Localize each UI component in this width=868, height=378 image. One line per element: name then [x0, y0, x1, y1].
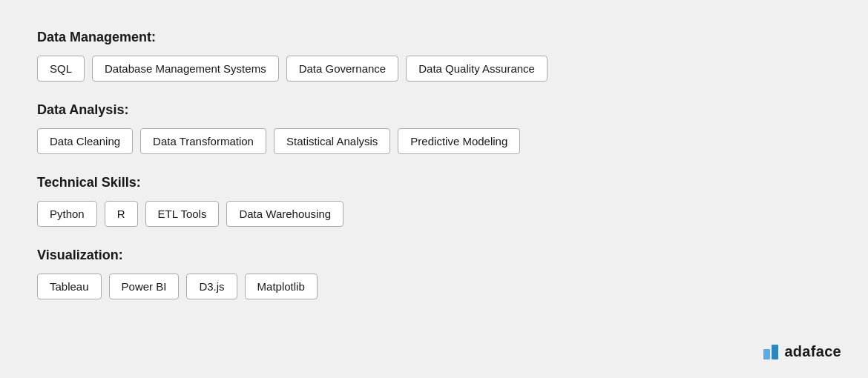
tag-technical-skills-3[interactable]: Data Warehousing	[226, 201, 343, 227]
section-title-visualization: Visualization:	[37, 248, 705, 263]
logo-bar-short	[763, 349, 770, 359]
section-title-technical-skills: Technical Skills:	[37, 175, 705, 190]
section-data-analysis: Data Analysis:Data CleaningData Transfor…	[37, 102, 705, 154]
main-container: Data Management:SQLDatabase Management S…	[0, 0, 742, 350]
tag-data-management-2[interactable]: Data Governance	[286, 56, 399, 82]
section-title-data-management: Data Management:	[37, 30, 705, 45]
tag-visualization-3[interactable]: Matplotlib	[245, 273, 318, 299]
section-title-data-analysis: Data Analysis:	[37, 102, 705, 118]
tag-data-analysis-1[interactable]: Data Transformation	[140, 128, 266, 154]
tags-row-technical-skills: PythonRETL ToolsData Warehousing	[37, 201, 705, 227]
tag-data-analysis-2[interactable]: Statistical Analysis	[274, 128, 390, 154]
tag-visualization-1[interactable]: Power BI	[109, 273, 180, 299]
tag-visualization-0[interactable]: Tableau	[37, 273, 102, 299]
tags-row-data-management: SQLDatabase Management SystemsData Gover…	[37, 56, 705, 82]
tag-technical-skills-0[interactable]: Python	[37, 201, 97, 227]
tag-visualization-2[interactable]: D3.js	[186, 273, 237, 299]
tag-data-management-0[interactable]: SQL	[37, 56, 85, 82]
tag-data-management-1[interactable]: Database Management Systems	[92, 56, 279, 82]
logo-container: adaface	[763, 343, 841, 360]
section-visualization: Visualization:TableauPower BID3.jsMatplo…	[37, 248, 705, 299]
logo-bar-tall	[772, 345, 778, 359]
logo-icon	[763, 345, 778, 359]
tag-data-analysis-3[interactable]: Predictive Modeling	[398, 128, 520, 154]
tags-row-visualization: TableauPower BID3.jsMatplotlib	[37, 273, 705, 299]
section-data-management: Data Management:SQLDatabase Management S…	[37, 30, 705, 82]
tag-technical-skills-1[interactable]: R	[105, 201, 138, 227]
tag-data-analysis-0[interactable]: Data Cleaning	[37, 128, 133, 154]
tags-row-data-analysis: Data CleaningData TransformationStatisti…	[37, 128, 705, 154]
tag-data-management-3[interactable]: Data Quality Assurance	[406, 56, 548, 82]
section-technical-skills: Technical Skills:PythonRETL ToolsData Wa…	[37, 175, 705, 227]
logo-text: adaface	[784, 343, 841, 360]
tag-technical-skills-2[interactable]: ETL Tools	[145, 201, 220, 227]
